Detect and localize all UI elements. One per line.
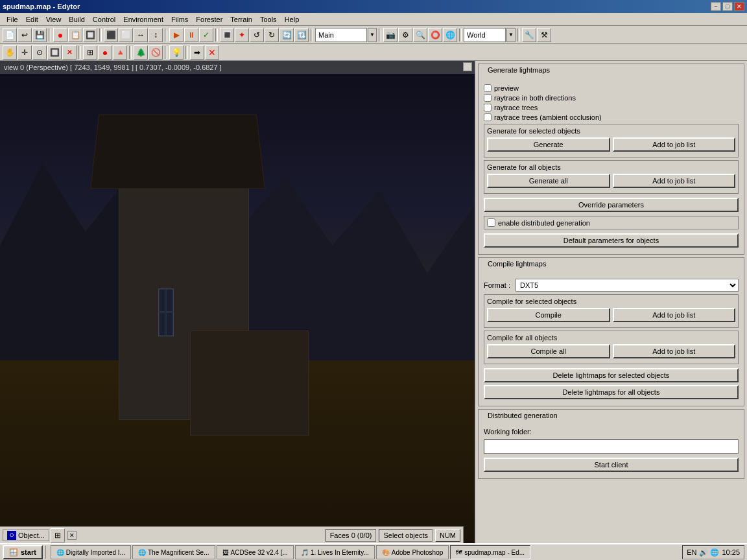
object-panel-bar: O Object... ⊞ ✕ Faces 0 (0/0) Select obj… [0,526,464,543]
generate-selected-group: Generate for selected objects Generate A… [484,124,739,158]
menu-view[interactable]: View [42,14,65,25]
viewport-selector[interactable]: Main [315,28,367,42]
tb2-record-btn[interactable]: ● [98,45,112,60]
tb-btn4[interactable]: ⬛ [104,28,118,42]
compile-selected-label: Compile for selected objects [487,298,735,305]
menu-tools[interactable]: Tools [256,14,281,25]
world-selector[interactable]: World [464,28,506,42]
tb-btn2[interactable]: 📋 [68,28,82,42]
tb-btn15[interactable]: 🔄 [279,28,294,42]
open-file-button[interactable]: ↩ [18,28,32,42]
tb-camera-btn[interactable]: 📷 [383,28,397,42]
generate-all-button[interactable]: Generate all [487,174,610,188]
enable-distributed-checkbox[interactable] [487,218,495,227]
generate-all-add-button[interactable]: Add to job list [613,174,736,188]
menu-edit[interactable]: Edit [22,14,42,25]
panel-close-button[interactable]: ✕ [67,531,77,540]
compile-button[interactable]: Compile [487,308,610,322]
tb-btn16[interactable]: 🔃 [294,28,309,42]
language-indicator: EN [687,548,696,556]
viewport-maximize-button[interactable]: □ [463,62,472,71]
menu-terrain[interactable]: Terrain [226,14,256,25]
tb-btn7[interactable]: ↕ [148,28,163,42]
start-client-button[interactable]: Start client [484,458,739,472]
taskbar-digitally-imported[interactable]: 🌐 Digitally Imported I... [51,545,131,559]
tb-btn10[interactable]: ✓ [199,28,213,42]
tb2-btn6[interactable]: ⊞ [83,45,97,60]
tb2-hand-btn[interactable]: ✋ [3,45,17,60]
start-button[interactable]: 🪟 start [3,545,43,559]
raytrace-both-checkbox[interactable] [484,94,492,102]
taskbar-magnificent[interactable]: 🌐 The Magnificent Se... [132,545,215,559]
tb-btn22[interactable]: ⚒ [537,28,551,42]
working-folder-input[interactable] [484,439,739,454]
tb-btn11[interactable]: 🔳 [220,28,234,42]
tb-btn20[interactable]: 🌐 [443,28,457,42]
tb2-btn4[interactable]: 🔲 [47,45,62,60]
taskbar-item-4-icon: 🎨 [382,549,390,556]
panel-grid-button[interactable]: ⊞ [51,528,65,542]
tb-btn19[interactable]: ⭕ [428,28,442,42]
tb2-select-btn[interactable]: ⊙ [32,45,47,60]
tb-btn13[interactable]: ↺ [250,28,264,42]
tb-btn14[interactable]: ↻ [265,28,279,42]
format-select[interactable]: DXT5 DXT1 RGB RGBA [516,279,739,292]
menu-environment[interactable]: Environment [119,14,167,25]
tb-btn3[interactable]: 🔲 [83,28,97,42]
start-label: start [21,548,36,556]
raytrace-trees-ao-checkbox[interactable] [484,113,492,121]
menu-control[interactable]: Control [89,14,119,25]
viewport-selector-arrow[interactable]: ▼ [368,28,377,42]
taskbar-photoshop[interactable]: 🎨 Adobe Photoshop [376,545,449,559]
taskbar-item-0-label: Digitally Imported I... [66,549,125,556]
title-text: spudmap.map - Edytor [3,3,80,10]
tb2-btn12[interactable]: ➡ [190,45,204,60]
taskbar-edytor[interactable]: 🗺 spudmap.map - Ed... [450,545,530,559]
new-file-button[interactable]: 📄 [3,28,17,42]
generate-add-to-job-button[interactable]: Add to job list [613,137,736,152]
compile-all-add-button[interactable]: Add to job list [613,344,736,358]
menu-help[interactable]: Help [281,14,303,25]
tb-btn5[interactable]: ⬜ [119,28,133,42]
tb2-tree-btn[interactable]: 🌲 [134,45,148,60]
taskbar-acdsee[interactable]: 🖼 ACDSee 32 v2.4 [... [217,545,294,559]
compile-all-button[interactable]: Compile all [487,344,610,358]
default-parameters-button[interactable]: Default parameters for objects [484,233,739,248]
save-file-button[interactable]: 💾 [32,28,47,42]
world-selector-arrow[interactable]: ▼ [506,28,516,42]
tb2-btn10[interactable]: 🚫 [148,45,163,60]
viewport-header: view 0 (Perspective) [ 7243, 1549, 9981 … [0,61,475,74]
delete-all-lightmaps-button[interactable]: Delete lightmaps for all objects [484,385,739,399]
tb-btn18[interactable]: 🔍 [413,28,427,42]
minimize-button[interactable]: − [711,2,721,11]
maximize-button[interactable]: □ [722,2,733,11]
object-tab[interactable]: O Object... [3,530,49,541]
tb2-light-btn[interactable]: 💡 [169,45,184,60]
raytrace-trees-checkbox[interactable] [484,104,492,111]
tb2-btn5[interactable]: ✕ [62,45,77,60]
tb2-move-btn[interactable]: ✛ [18,45,32,60]
tb-btn12[interactable]: ✦ [235,28,249,42]
tb-btn21[interactable]: 🔧 [522,28,536,42]
compile-add-button[interactable]: Add to job list [613,308,736,322]
tb-btn17[interactable]: ⚙ [398,28,412,42]
preview-row: preview [484,84,739,92]
menu-file[interactable]: File [3,14,22,25]
preview-checkbox[interactable] [484,84,492,92]
override-parameters-button[interactable]: Override parameters [484,198,739,212]
delete-selected-lightmaps-button[interactable]: Delete lightmaps for selected objects [484,368,739,382]
tb2-btn8[interactable]: 🔺 [113,45,127,60]
close-button[interactable]: ✕ [734,2,744,11]
menu-forester[interactable]: Forester [192,14,226,25]
tb-btn8[interactable]: ▶ [169,28,184,42]
tb-red-button[interactable]: ● [53,28,67,42]
generate-button[interactable]: Generate [487,137,610,152]
tb2-stop-btn[interactable]: ✕ [205,45,219,60]
viewport[interactable]: view 0 (Perspective) [ 7243, 1549, 9981 … [0,61,475,560]
sep2 [99,29,102,41]
tb-btn9[interactable]: ⏸ [184,28,198,42]
taskbar-lives[interactable]: 🎵 1. Lives In Eternity... [295,545,375,559]
menu-films[interactable]: Films [167,14,192,25]
tb-btn6[interactable]: ↔ [134,28,148,42]
menu-build[interactable]: Build [65,14,88,25]
